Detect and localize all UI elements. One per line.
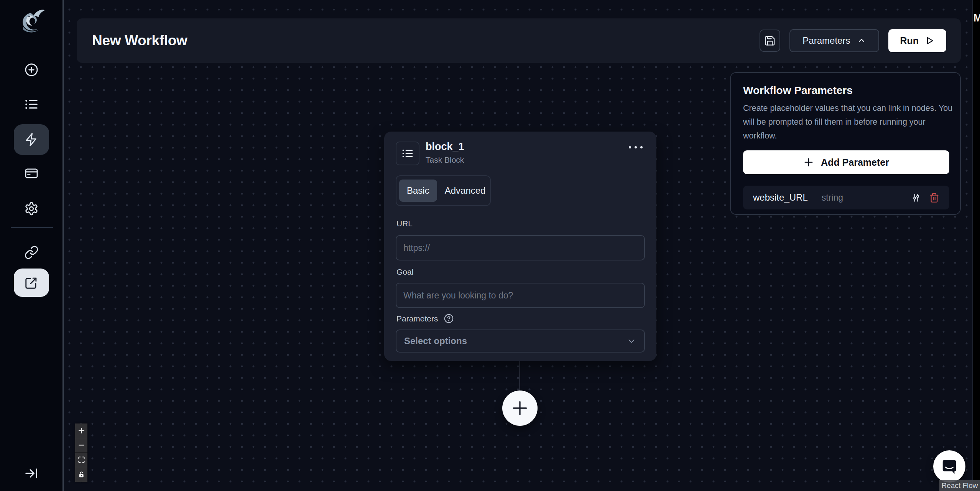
trash-icon	[929, 193, 939, 203]
chat-launcher-button[interactable]	[933, 450, 965, 483]
sidebar-divider	[11, 227, 53, 228]
node-title: block_1	[426, 141, 464, 153]
url-input[interactable]	[396, 235, 645, 260]
tab-advanced[interactable]: Advanced	[438, 180, 493, 202]
sidebar-item-create[interactable]	[14, 55, 49, 84]
add-block-button[interactable]	[502, 390, 538, 426]
parameter-row: website_URL string	[743, 186, 949, 209]
link-icon	[24, 245, 39, 260]
delete-parameter-button[interactable]	[929, 193, 939, 203]
parameters-select[interactable]: Select options	[396, 330, 645, 353]
save-icon	[764, 35, 776, 46]
gear-icon	[24, 201, 39, 216]
unlock-icon	[78, 471, 85, 478]
tab-basic[interactable]: Basic	[399, 180, 437, 202]
parameter-row-actions	[911, 193, 939, 203]
external-link-icon	[24, 275, 39, 290]
goal-input[interactable]	[396, 283, 645, 308]
zoom-out-icon	[78, 442, 85, 449]
zap-icon	[24, 132, 39, 147]
arrow-right-to-line-icon	[24, 466, 39, 481]
sidebar-item-billing[interactable]	[14, 159, 49, 188]
parameters-select-value: Select options	[404, 336, 467, 346]
task-block-type-icon-box	[396, 142, 419, 165]
header-actions: Parameters Run	[760, 29, 946, 52]
skyvern-dragon-logo	[16, 7, 46, 37]
help-circle-icon[interactable]	[444, 313, 454, 324]
canvas-controls	[75, 423, 87, 482]
react-flow-attribution[interactable]: React Flow	[939, 480, 980, 491]
add-parameter-label: Add Parameter	[821, 157, 889, 168]
sidebar-item-settings[interactable]	[14, 194, 49, 223]
goal-label: Goal	[396, 267, 413, 277]
run-button-label: Run	[900, 35, 919, 46]
sliders-icon	[911, 193, 921, 203]
screen-edge-overflow-text: M	[973, 12, 980, 24]
node-subtitle: Task Block	[426, 155, 464, 165]
save-button[interactable]	[760, 30, 780, 52]
sidebar-expand-button[interactable]	[14, 459, 49, 488]
chevron-down-icon	[626, 336, 636, 346]
node-menu-button[interactable]	[626, 144, 645, 151]
chat-bubble-icon	[941, 458, 958, 475]
parameter-type: string	[822, 193, 843, 203]
edit-parameter-button[interactable]	[911, 193, 921, 203]
play-icon	[925, 36, 935, 46]
plus-circle-icon	[24, 63, 39, 77]
run-button[interactable]: Run	[888, 29, 946, 52]
plus-icon	[510, 399, 529, 418]
fit-view-button[interactable]	[75, 453, 87, 467]
parameter-name: website_URL	[753, 192, 808, 203]
credit-card-icon	[24, 166, 39, 181]
sidebar	[0, 0, 64, 491]
lock-toggle-button[interactable]	[75, 467, 87, 482]
plus-icon	[803, 157, 814, 168]
parameters-button-label: Parameters	[802, 35, 850, 46]
url-label: URL	[396, 219, 413, 228]
add-parameter-button[interactable]: Add Parameter	[743, 150, 949, 174]
sidebar-item-tasks[interactable]	[14, 90, 49, 119]
parameters-label: Parameters	[396, 314, 438, 323]
zoom-out-button[interactable]	[75, 438, 87, 453]
panel-description: Create placeholder values that you can l…	[743, 101, 958, 143]
node-connection-edge	[520, 361, 520, 391]
zoom-in-button[interactable]	[75, 423, 87, 438]
fit-view-icon	[78, 456, 85, 463]
chevron-up-icon	[857, 36, 866, 45]
ellipsis-icon	[629, 146, 631, 148]
page-title: New Workflow	[92, 33, 187, 49]
workflow-header: New Workflow Parameters Run	[77, 18, 961, 63]
parameters-label-row: Parameters	[396, 313, 454, 324]
zoom-in-icon	[78, 427, 85, 434]
sidebar-item-integrations[interactable]	[14, 238, 49, 267]
parameters-toggle-button[interactable]: Parameters	[789, 29, 879, 52]
task-block-node[interactable]: block_1 Task Block Basic Advanced URL Go…	[384, 132, 656, 361]
workflow-editor: block_1 Task Block Basic Advanced URL Go…	[0, 0, 980, 491]
node-tabs: Basic Advanced	[396, 175, 491, 206]
sidebar-item-workflows[interactable]	[14, 124, 49, 155]
panel-title: Workflow Parameters	[743, 84, 853, 97]
workflow-parameters-panel: Workflow Parameters Create placeholder v…	[730, 72, 961, 215]
list-icon	[24, 97, 39, 112]
sidebar-item-share[interactable]	[14, 269, 49, 297]
list-icon	[401, 147, 414, 160]
